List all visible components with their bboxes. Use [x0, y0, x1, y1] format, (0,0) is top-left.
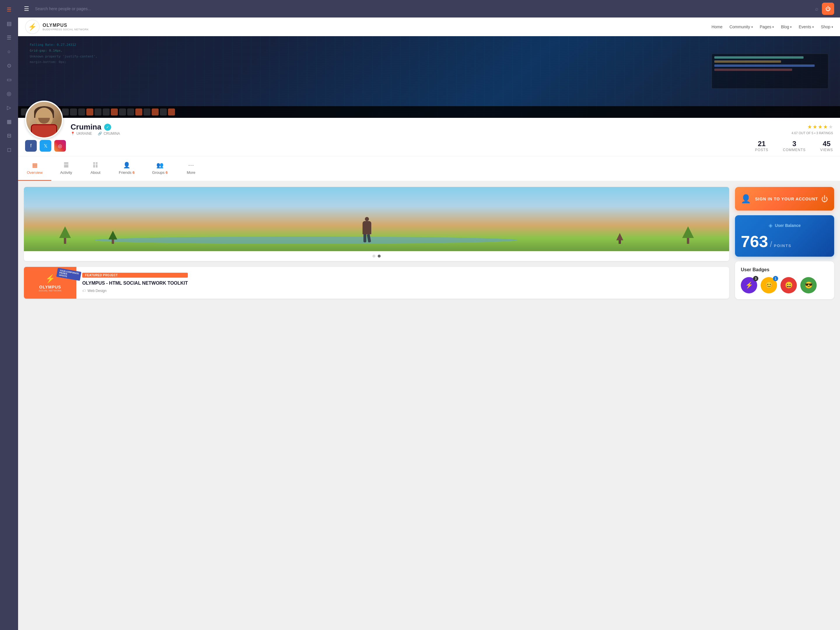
featured-tag: FEATURED PROJECT — [82, 273, 188, 278]
views-stat: 45 VIEWS — [820, 140, 833, 152]
badge-3: 😄 — [780, 277, 797, 294]
tab-overview[interactable]: ▦ Overview — [18, 156, 51, 181]
twitter-button[interactable]: 𝕏 — [39, 140, 51, 152]
tab-more[interactable]: ⋯ More — [177, 156, 205, 181]
search-icon: ⌕ — [815, 6, 818, 12]
comments-label: COMMENTS — [783, 148, 805, 152]
badge-1-icon: ⚡ — [745, 281, 753, 289]
balance-number: 763 — [741, 233, 768, 249]
tab-activity[interactable]: ☰ Activity — [51, 156, 81, 181]
power-button[interactable]: ⏻ — [822, 3, 834, 15]
sidebar-icon-menu[interactable]: ☰ — [3, 3, 15, 16]
top-bar: ☰ ⌕ ⏻ — [18, 0, 840, 17]
stars: ★ ★ ★ ★ ★ — [807, 124, 833, 130]
tab-friends-label: Friends 6 — [119, 171, 134, 175]
taskbar-item — [86, 109, 93, 115]
star-2: ★ — [813, 124, 817, 130]
balance-unit: POINTS — [774, 243, 791, 248]
sidebar-icon-bag[interactable]: ◻ — [3, 144, 15, 156]
sidebar-icon-newspaper[interactable]: ▤ — [3, 17, 15, 30]
tab-groups[interactable]: 👥 Groups 6 — [144, 156, 177, 181]
menu-icon: ☰ — [7, 6, 11, 13]
rating-text: 4.67 OUT OF 5 • 3 RATINGS — [792, 131, 833, 135]
slide-dot-2[interactable] — [378, 255, 381, 257]
newspaper-icon: ▤ — [7, 21, 12, 27]
slider-dots — [24, 251, 729, 261]
facebook-icon: f — [30, 143, 32, 148]
groups-badge: 6 — [166, 171, 168, 175]
posts-stat: 21 POSTS — [755, 140, 769, 152]
activity-icon: ☰ — [63, 162, 69, 169]
nav-shop[interactable]: Shop ▾ — [821, 25, 833, 29]
diamond-icon: ◈ — [769, 222, 773, 229]
verified-badge: ✓ — [104, 124, 111, 131]
avatar-shirt — [31, 124, 57, 137]
sidebar-icon-user[interactable]: ○ — [3, 46, 15, 58]
blog-arrow-icon: ▾ — [790, 25, 792, 28]
tree-mid-left — [109, 231, 117, 244]
slider-image — [24, 187, 729, 251]
signin-card[interactable]: 👤 SIGN IN TO YOUR ACCOUNT ⏻ — [735, 187, 834, 211]
post-brand-name: OLYMPUS — [39, 285, 61, 289]
nav-events[interactable]: Events ▾ — [799, 25, 814, 29]
nav-community[interactable]: Community ▾ — [729, 25, 753, 29]
sidebar-icon-calendar[interactable]: ▦ — [3, 115, 15, 128]
badge-2: 😊 1 — [761, 277, 777, 294]
search-input[interactable] — [35, 6, 812, 11]
content-side: 👤 SIGN IN TO YOUR ACCOUNT ⏻ ◈ User Balan… — [735, 187, 834, 299]
main-content: ☰ ⌕ ⏻ ⚡ OLYMPUS BUDDYPRESS SOCIAL NETWOR… — [18, 0, 840, 630]
views-label: VIEWS — [820, 148, 833, 152]
nav-home[interactable]: Home — [712, 25, 722, 29]
sidebar-icon-clipboard[interactable]: ▭ — [3, 74, 15, 86]
lake — [95, 237, 518, 244]
tree-left — [59, 226, 71, 244]
star-3: ★ — [818, 124, 823, 130]
signin-left: 👤 SIGN IN TO YOUR ACCOUNT — [741, 194, 818, 204]
post-title: OLYMPUS - HTML SOCIAL NETWORK TOOLKIT — [82, 281, 188, 286]
hamburger-button[interactable]: ☰ — [24, 5, 29, 12]
sidebar-icon-users[interactable]: ⊙ — [3, 60, 15, 72]
taskbar-item — [111, 109, 118, 115]
badges-title: User Badges — [741, 267, 828, 272]
sidebar-icon-arrow[interactable]: ▷ — [3, 101, 15, 114]
profile-area: Falling Rate: 0.27.24312 Grid-gap: 0.14p… — [18, 36, 840, 181]
power-icon: ⏻ — [826, 6, 831, 12]
overview-icon: ▦ — [32, 162, 38, 169]
headphone-icon: ◎ — [7, 90, 11, 97]
taskbar-item — [135, 109, 142, 115]
tab-about-label: About — [90, 171, 100, 175]
nav-links: Home Community ▾ Pages ▾ Blog ▾ Events ▾… — [712, 25, 833, 29]
tag-icon: 🏷 — [82, 289, 86, 293]
profile-meta: 📍 UKRAINE 🔗 CRUMINA — [71, 131, 120, 136]
signin-user-icon: 👤 — [741, 194, 751, 204]
avatar — [25, 101, 63, 139]
content-layout: ⚡ OLYMPUS SOCIAL NETWORK YOUR CORPORATE … — [18, 181, 840, 305]
balance-card: ◈ User Balance 763 / POINTS — [735, 215, 834, 257]
tab-about[interactable]: ☷ About — [81, 156, 110, 181]
bookmark-icon: ☰ — [7, 35, 11, 41]
badge-2-icon: 😊 — [765, 281, 773, 289]
nav-pages[interactable]: Pages ▾ — [760, 25, 774, 29]
facebook-button[interactable]: f — [25, 140, 37, 152]
location-text: UKRAINE — [76, 131, 92, 136]
instagram-button[interactable]: ◎ — [54, 140, 66, 152]
taskbar-item — [127, 109, 134, 115]
balance-header: ◈ User Balance — [741, 222, 828, 229]
tree-right — [682, 226, 694, 244]
tree-mid-right — [616, 233, 623, 244]
taskbar-item — [144, 109, 150, 115]
profile-header: Crumina ✓ 📍 UKRAINE 🔗 CRUMINA — [18, 118, 840, 136]
views-count: 45 — [820, 140, 833, 148]
about-icon: ☷ — [93, 162, 98, 169]
cover-taskbar — [18, 106, 840, 118]
sidebar-icon-headphone[interactable]: ◎ — [3, 87, 15, 100]
sidebar-icon-bookmark[interactable]: ☰ — [3, 32, 15, 44]
slide-dot-1[interactable] — [373, 255, 375, 257]
signin-power-icon: ⏻ — [821, 195, 828, 203]
star-4: ★ — [823, 124, 828, 130]
post-info: FEATURED PROJECT OLYMPUS - HTML SOCIAL N… — [76, 267, 194, 298]
events-arrow-icon: ▾ — [812, 25, 814, 28]
tab-friends[interactable]: 👤 Friends 6 — [110, 156, 143, 181]
sidebar-icon-table[interactable]: ⊟ — [3, 129, 15, 142]
nav-blog[interactable]: Blog ▾ — [781, 25, 792, 29]
